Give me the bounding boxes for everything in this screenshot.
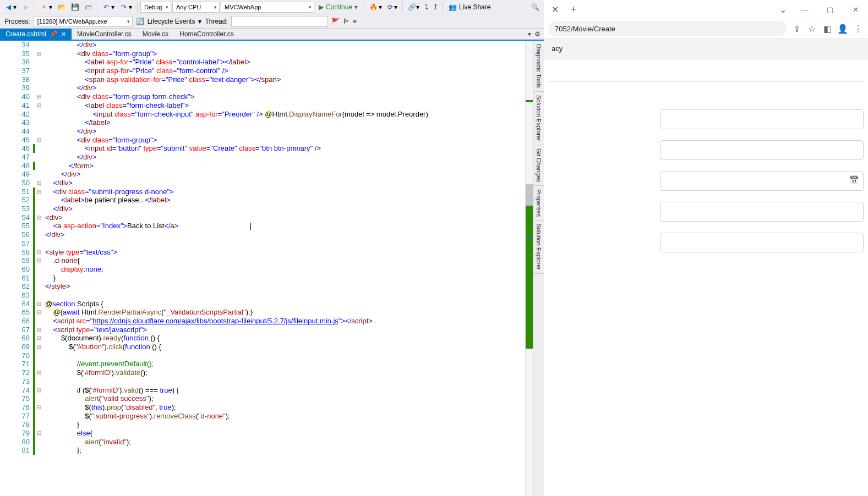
form-input-4[interactable] (660, 202, 864, 222)
window-close-button[interactable]: ✕ (843, 1, 868, 18)
panel-diagnostic-tools[interactable]: Diagnostic Tools (533, 41, 544, 92)
browser-toolbar: 7052/Movie/Create ⇪ ☆ ◧ 👤 ⋮ (544, 19, 868, 38)
tabs-dropdown-icon[interactable]: ▾ (528, 30, 531, 38)
thread-combo[interactable] (231, 16, 328, 27)
restart-button[interactable]: ⟳▾ (385, 2, 400, 12)
tab-label: Movie.cs (143, 30, 168, 38)
platform-combo[interactable]: Any CPU (172, 2, 220, 13)
bookmark-icon[interactable]: ☆ (806, 23, 817, 34)
redo-button[interactable]: ↷▾ (118, 2, 134, 12)
divider (548, 81, 864, 82)
process-combo[interactable]: [11260] MVCWebApp.exe (34, 16, 133, 27)
lifecycle-label: Lifecycle Events (148, 18, 195, 25)
form-input-5[interactable] (660, 233, 864, 252)
panel-git-changes[interactable]: Git Changes (533, 145, 544, 186)
browser-window: ✕ + ⌄ — ▢ ✕ 7052/Movie/Create ⇪ ☆ ◧ 👤 ⋮ … (544, 0, 868, 496)
form-input-2[interactable] (660, 140, 864, 160)
info-text: acy (552, 45, 563, 53)
window-max-button[interactable]: ▢ (817, 1, 843, 18)
lifecycle-icon[interactable]: 🔄 (136, 18, 144, 25)
flag2-icon[interactable]: 🏳 (343, 18, 350, 25)
nav-back-button[interactable]: ◀▾ (2, 2, 19, 12)
side-panel-icon[interactable]: ◧ (822, 23, 833, 34)
tabs-settings-icon[interactable]: ⚙ (534, 30, 541, 38)
share-icon[interactable]: ⇪ (791, 23, 802, 34)
panel-solution-explorer[interactable]: Solution Explorer (533, 92, 544, 145)
document-tabs: Create.cshtml 📌 ✕ MovieController.cs Mov… (0, 29, 544, 41)
new-tab-button[interactable]: + (566, 2, 581, 17)
profile-icon[interactable]: 👤 (837, 23, 848, 34)
page-content (544, 59, 868, 496)
pin-icon[interactable]: 📌 (50, 30, 58, 38)
url-text: 7052/Movie/Create (555, 25, 615, 33)
step-button1[interactable]: ⤵ (423, 2, 430, 12)
close-icon[interactable]: ✕ (61, 31, 66, 38)
form-input-1[interactable] (660, 109, 864, 129)
main-toolbar: ◀▾ ▶ ✴▾ 📂 💾 🗃 ↶▾ ↷▾ Debug Any CPU MVCWeb… (0, 0, 544, 14)
undo-button[interactable]: ↶▾ (100, 2, 117, 12)
outline-margin[interactable]: ⊟⊟⊟⊟⊟⊟⊟⊟⊟⊟⊟⊟⊟⊟⊟⊟⊟⊟ (35, 41, 43, 496)
window-min-button[interactable]: — (792, 1, 817, 18)
live-share-button[interactable]: 👥Live Share (445, 3, 494, 11)
tab-close-icon[interactable]: ✕ (547, 2, 563, 17)
process-label: Process: (4, 18, 30, 25)
hot-reload-button[interactable]: 🔥▾ (367, 2, 384, 12)
flag1-icon[interactable]: 🚩 (331, 18, 340, 25)
continue-button[interactable]: ▶Continue ▾ (315, 2, 361, 12)
tab-movie-cs[interactable]: Movie.cs (137, 29, 174, 40)
panel-solution-explorer-2[interactable]: Solution Explorer (533, 221, 544, 274)
code-area[interactable]: </div> <div class="form-group"> <label a… (43, 41, 544, 496)
tab-label: MovieController.cs (77, 30, 132, 38)
panel-properties[interactable]: Properties (533, 186, 544, 221)
save-button[interactable]: 💾 (69, 2, 81, 12)
config-combo[interactable]: Debug (140, 2, 171, 13)
tab-home-controller[interactable]: HomeController.cs (174, 29, 239, 40)
feedback-button[interactable]: 🔍 (529, 2, 542, 12)
line-number-gutter: 3435363738394041424344454647484950515253… (0, 41, 33, 496)
menu-icon[interactable]: ⋮ (853, 23, 864, 34)
tab-movie-controller[interactable]: MovieController.cs (72, 29, 137, 40)
thread-label: Thread: (205, 18, 227, 25)
open-button[interactable]: 📂 (56, 2, 68, 12)
tool-window-tabs: Diagnostic Tools Solution Explorer Git C… (533, 41, 544, 496)
tab-label: Create.cshtml (6, 30, 46, 38)
vertical-scrollbar[interactable] (525, 41, 533, 496)
tab-label: HomeController.cs (179, 30, 234, 38)
save-all-button[interactable]: 🗃 (82, 2, 94, 12)
browser-link-button[interactable]: 🔗▾ (406, 2, 422, 12)
threads-icon[interactable]: ≡ (353, 18, 357, 25)
address-bar[interactable]: 7052/Movie/Create (548, 21, 787, 36)
tab-create-cshtml[interactable]: Create.cshtml 📌 ✕ (0, 29, 72, 40)
new-item-button[interactable]: ✴▾ (38, 2, 54, 12)
project-combo[interactable]: MVCWebApp (221, 2, 314, 13)
browser-titlebar: ✕ + ⌄ — ▢ ✕ (544, 0, 868, 19)
code-editor[interactable]: 3435363738394041424344454647484950515253… (0, 41, 544, 496)
form-input-date[interactable] (660, 171, 864, 191)
debug-toolbar: Process: [11260] MVCWebApp.exe 🔄 Lifecyc… (0, 14, 544, 29)
info-bar: acy (544, 38, 868, 59)
visual-studio-window: ◀▾ ▶ ✴▾ 📂 💾 🗃 ↶▾ ↷▾ Debug Any CPU MVCWeb… (0, 0, 544, 496)
nav-fwd-button[interactable]: ▶ (20, 2, 32, 12)
step-button2[interactable]: ⤴ (432, 2, 439, 12)
tabs-chevron-icon[interactable]: ⌄ (779, 4, 787, 15)
